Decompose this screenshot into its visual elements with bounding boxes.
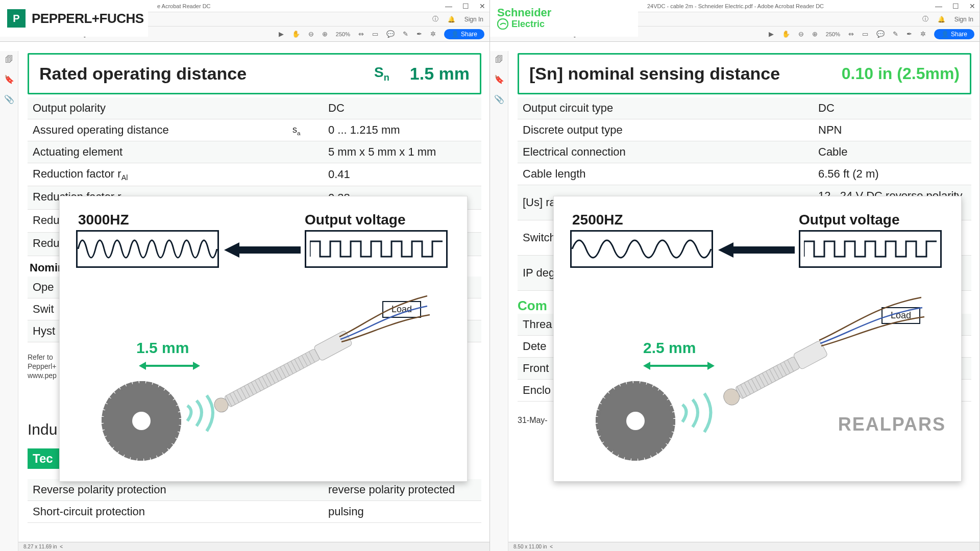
thumbnails-icon[interactable]: 🗐: [495, 55, 503, 64]
share-button[interactable]: 👤 Share: [444, 29, 484, 39]
brand-overlay-schneider: Schneider Electric: [490, 0, 638, 37]
bell-icon[interactable]: 🔔: [448, 16, 455, 23]
table-row: Short-circuit protectionpulsing: [28, 501, 481, 523]
arrow-left-icon: [718, 242, 795, 258]
hero-symbol: Sn: [374, 64, 389, 83]
table-row: Cable length6.56 ft (2 m): [518, 163, 971, 185]
maximize-icon[interactable]: ☐: [462, 2, 469, 10]
se-life-icon: [497, 18, 508, 30]
close-icon[interactable]: ✕: [969, 2, 975, 10]
output-voltage-label: Output voltage: [305, 212, 448, 228]
side-tools: 🗐 🔖 📎: [0, 51, 18, 551]
fit-page-icon[interactable]: ▭: [372, 30, 378, 38]
sign-in-link[interactable]: Sign In: [954, 16, 973, 23]
highlight-icon[interactable]: ✎: [403, 30, 408, 38]
attachment-icon[interactable]: 📎: [494, 94, 504, 104]
svg-marker-1: [224, 242, 301, 258]
sensor-diagram: [574, 278, 942, 472]
hero-value: 1.5 mm: [410, 64, 470, 84]
table-row: Discrete output typeNPN: [518, 119, 971, 141]
pf-logo-text: PEPPERL+FUCHS: [32, 11, 144, 27]
hand-tool-icon[interactable]: ✋: [782, 30, 790, 38]
square-wave-box: [799, 230, 942, 268]
svg-point-75: [626, 412, 645, 430]
statusbar-right: 8.50 x 11.00 in <: [508, 542, 979, 551]
hero-box: Rated operating distance Sn 1.5 mm: [28, 53, 481, 94]
comment-icon[interactable]: 💬: [876, 30, 885, 38]
selection-tool-icon[interactable]: ▶: [279, 30, 284, 38]
hero-value-se: 0.10 in (2.5mm): [842, 64, 960, 83]
sign-icon[interactable]: ✒: [906, 30, 912, 38]
frequency-label: 3000HZ: [78, 212, 129, 228]
sign-icon[interactable]: ✒: [416, 30, 422, 38]
maximize-icon[interactable]: ☐: [952, 2, 959, 10]
table-row: Assured operating distancesa0 ... 1.215 …: [28, 119, 481, 141]
page-size: 8.27 x 11.69 in: [23, 544, 57, 549]
minimize-icon[interactable]: —: [935, 2, 942, 10]
minimize-icon[interactable]: —: [445, 2, 452, 10]
page-size: 8.50 x 11.00 in: [513, 544, 547, 549]
attachment-icon[interactable]: 📎: [4, 94, 14, 104]
sensor-illustration-right: 2500HZ Output voltage 2.5 mm Load REALPA…: [553, 196, 962, 482]
se-logo-line1: Schneider: [497, 7, 551, 18]
table-row: Output polarityDC: [28, 97, 481, 119]
fit-width-icon[interactable]: ⇔: [848, 30, 854, 38]
pf-logo-icon: P: [7, 9, 26, 28]
share-button[interactable]: 👤 Share: [934, 29, 974, 39]
frequency-label: 2500HZ: [572, 212, 623, 228]
bookmark-icon[interactable]: 🔖: [494, 74, 504, 84]
svg-marker-70: [718, 242, 795, 258]
svg-point-6: [132, 412, 151, 430]
zoom-level[interactable]: 250%: [826, 31, 840, 37]
bell-icon[interactable]: 🔔: [938, 16, 945, 23]
svg-rect-33: [313, 330, 353, 361]
help-icon[interactable]: ⓘ: [922, 15, 928, 23]
table-row: Output circuit typeDC: [518, 97, 971, 119]
help-icon[interactable]: ⓘ: [432, 15, 438, 23]
bookmark-icon[interactable]: 🔖: [4, 74, 14, 84]
fit-page-icon[interactable]: ▭: [862, 30, 868, 38]
highlight-icon[interactable]: ✎: [893, 30, 898, 38]
se-logo-line2: Electric: [511, 19, 545, 29]
thumbnails-icon[interactable]: 🗐: [5, 55, 13, 64]
statusbar-left: 8.27 x 11.69 in <: [18, 542, 489, 551]
hand-tool-icon[interactable]: ✋: [292, 30, 300, 38]
table-row: Electrical connectionCable: [518, 141, 971, 163]
stamp-icon[interactable]: ✲: [920, 30, 926, 38]
sensor-diagram: [80, 278, 448, 472]
side-tools: 🗐 🔖 📎: [490, 51, 508, 551]
stamp-icon[interactable]: ✲: [430, 30, 436, 38]
sign-in-link[interactable]: Sign In: [464, 16, 483, 23]
table-row: Reverse polarity protectionreverse polar…: [28, 479, 481, 501]
zoom-in-icon[interactable]: ⊕: [812, 30, 818, 38]
hero-label-se: [Sn] nominal sensing distance: [529, 64, 842, 84]
output-voltage-label: Output voltage: [799, 212, 942, 228]
arrow-left-icon: [224, 242, 301, 258]
hero-label: Rated operating distance: [39, 64, 374, 84]
close-icon[interactable]: ✕: [479, 2, 485, 10]
selection-tool-icon[interactable]: ▶: [769, 30, 774, 38]
zoom-in-icon[interactable]: ⊕: [322, 30, 328, 38]
comment-icon[interactable]: 💬: [386, 30, 395, 38]
svg-point-0: [498, 19, 508, 29]
sensor-illustration-left: 3000HZ Output voltage 1.5 mm Load: [59, 196, 468, 482]
sine-wave-box: [570, 230, 713, 268]
sine-wave-box: [76, 230, 219, 268]
table-row: Actuating element5 mm x 5 mm x 1 mm: [28, 141, 481, 163]
table-row: Reduction factor rAl0.41: [28, 163, 481, 186]
hero-box-se: [Sn] nominal sensing distance 0.10 in (2…: [518, 53, 971, 94]
brand-overlay-pepperl: P PEPPERL+FUCHS: [0, 0, 148, 37]
fit-width-icon[interactable]: ⇔: [358, 30, 364, 38]
square-wave-box: [305, 230, 448, 268]
zoom-out-icon[interactable]: ⊖: [798, 30, 804, 38]
zoom-level[interactable]: 250%: [336, 31, 350, 37]
zoom-out-icon[interactable]: ⊖: [308, 30, 314, 38]
